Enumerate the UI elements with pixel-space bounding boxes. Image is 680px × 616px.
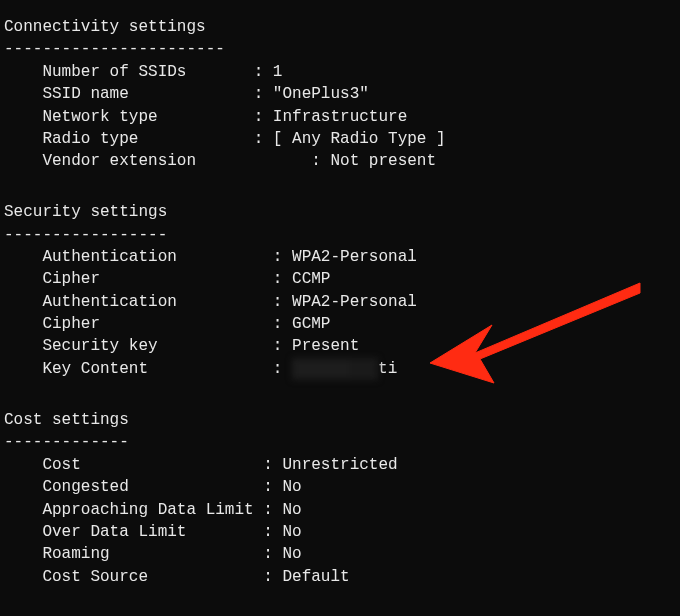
key-content-row: Key Content : ██████ti — [4, 358, 680, 381]
cost-row: Approaching Data Limit : No — [4, 499, 680, 521]
security-section: Security settings ----------------- Auth… — [4, 201, 680, 381]
cost-row: Over Data Limit : No — [4, 521, 680, 543]
security-row: Cipher : CCMP — [4, 268, 680, 290]
security-row: Security key : Present — [4, 335, 680, 357]
connectivity-row: Number of SSIDs : 1 — [4, 61, 680, 83]
cost-dashes: ------------- — [4, 431, 680, 453]
cost-row: Cost : Unrestricted — [4, 454, 680, 476]
connectivity-row: SSID name : "OnePlus3" — [4, 83, 680, 105]
security-row: Authentication : WPA2-Personal — [4, 291, 680, 313]
connectivity-header: Connectivity settings — [4, 16, 680, 38]
security-dashes: ----------------- — [4, 224, 680, 246]
connectivity-section: Connectivity settings ------------------… — [4, 16, 680, 173]
security-row: Cipher : GCMP — [4, 313, 680, 335]
key-content-suffix: ti — [378, 360, 397, 378]
connectivity-row: Vendor extension : Not present — [4, 150, 680, 172]
cost-row: Cost Source : Default — [4, 566, 680, 588]
cost-row: Congested : No — [4, 476, 680, 498]
key-content-redacted: ██████ — [292, 358, 378, 380]
connectivity-dashes: ----------------------- — [4, 38, 680, 60]
cost-row: Roaming : No — [4, 543, 680, 565]
cost-section: Cost settings ------------- Cost : Unres… — [4, 409, 680, 588]
cost-header: Cost settings — [4, 409, 680, 431]
connectivity-row: Network type : Infrastructure — [4, 106, 680, 128]
key-content-label-inline: Key Content — [4, 360, 273, 378]
security-header: Security settings — [4, 201, 680, 223]
security-row: Authentication : WPA2-Personal — [4, 246, 680, 268]
connectivity-row: Radio type : [ Any Radio Type ] — [4, 128, 680, 150]
